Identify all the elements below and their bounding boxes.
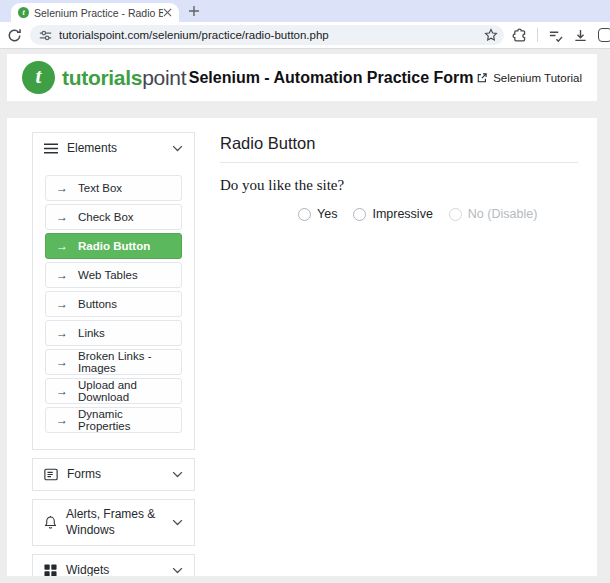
hamburger-icon: [44, 143, 58, 154]
tab-close-icon[interactable]: [163, 8, 172, 17]
sidebar-header-elements[interactable]: Elements: [33, 133, 194, 164]
sidebar-item-label: Text Box: [78, 182, 122, 194]
grid-icon: [44, 564, 57, 576]
browser-tab-strip: t Selenium Practice - Radio Bu: [0, 0, 610, 22]
radio-impressive[interactable]: Impressive: [353, 207, 432, 221]
radio-question: Do you like the site?: [220, 177, 578, 194]
toolbar-divider: [537, 28, 538, 42]
sidebar-item-broken-links[interactable]: → Broken Links - Images: [45, 349, 182, 375]
arrow-right-icon: →: [56, 326, 68, 340]
sidebar-item-dynamic-properties[interactable]: → Dynamic Properties: [45, 407, 182, 433]
download-icon[interactable]: [573, 28, 588, 43]
section-label: Widgets: [66, 563, 109, 576]
sidebar-section-widgets: Widgets: [32, 554, 195, 576]
sidebar-item-label: Buttons: [78, 298, 117, 310]
sidebar-item-label: Dynamic Properties: [78, 408, 171, 432]
logo-wordmark: tutorialspoint: [62, 66, 186, 90]
form-icon: [44, 468, 58, 481]
toolbar-actions: [512, 28, 603, 43]
sidebar-header-forms[interactable]: Forms: [33, 459, 194, 490]
sidebar-item-label: Radio Button: [78, 240, 150, 252]
site-favicon-icon: t: [18, 7, 29, 18]
browser-toolbar: tutorialspoint.com/selenium/practice/rad…: [0, 22, 610, 49]
site-header: t tutorialspoint Selenium - Automation P…: [7, 54, 597, 101]
arrow-right-icon: →: [56, 210, 68, 224]
sidebar-item-links[interactable]: → Links: [45, 320, 182, 346]
external-link-icon: [476, 72, 488, 84]
sidebar-section-elements: Elements → Text Box → Check Box: [32, 132, 195, 450]
browser-tab[interactable]: t Selenium Practice - Radio Bu: [11, 3, 179, 22]
address-bar[interactable]: tutorialspoint.com/selenium/practice/rad…: [30, 25, 504, 45]
tab-title: Selenium Practice - Radio Bu: [34, 7, 163, 19]
content-panel: Elements → Text Box → Check Box: [7, 118, 597, 576]
bell-icon: [44, 515, 57, 530]
reading-list-icon[interactable]: [548, 28, 563, 43]
arrow-right-icon: →: [56, 181, 68, 195]
arrow-right-icon: →: [56, 384, 68, 398]
extensions-icon[interactable]: [512, 28, 527, 43]
sidebar-item-radio-button[interactable]: → Radio Button: [45, 233, 182, 259]
sidebar-item-label: Check Box: [78, 211, 134, 223]
main-content: Radio Button Do you like the site? Yes I…: [220, 134, 578, 221]
chevron-down-icon: [172, 471, 183, 478]
selenium-tutorial-link[interactable]: Selenium Tutorial: [476, 72, 582, 84]
sidebar-item-buttons[interactable]: → Buttons: [45, 291, 182, 317]
arrow-right-icon: →: [56, 297, 68, 311]
selenium-tutorial-label: Selenium Tutorial: [493, 72, 582, 84]
sidebar-item-check-box[interactable]: → Check Box: [45, 204, 182, 230]
sidebar-item-web-tables[interactable]: → Web Tables: [45, 262, 182, 288]
site-info-icon[interactable]: [39, 29, 52, 42]
sidebar-section-forms: Forms: [32, 458, 195, 491]
radio-label: No (Disable): [468, 207, 537, 221]
sidebar-item-label: Broken Links - Images: [78, 350, 171, 374]
sidebar-item-upload-download[interactable]: → Upload and Download: [45, 378, 182, 404]
url-text[interactable]: tutorialspoint.com/selenium/practice/rad…: [59, 29, 477, 41]
radio-circle-icon[interactable]: [353, 208, 366, 221]
section-label: Elements: [67, 141, 117, 157]
radio-label: Yes: [317, 207, 337, 221]
arrow-right-icon: →: [56, 355, 68, 369]
tutorialspoint-logo-icon: t: [22, 61, 55, 94]
sidebar-item-label: Web Tables: [78, 269, 138, 281]
sidebar-item-label: Links: [78, 327, 105, 339]
sidebar-elements-list: → Text Box → Check Box → Radio Button → …: [33, 164, 194, 449]
new-tab-button[interactable]: [188, 5, 200, 17]
radio-yes[interactable]: Yes: [298, 207, 337, 221]
reload-icon[interactable]: [7, 28, 22, 43]
arrow-right-icon: →: [56, 239, 68, 253]
radio-circle-icon[interactable]: [298, 208, 311, 221]
section-label: Alerts, Frames & Windows: [66, 507, 163, 538]
chevron-down-icon: [172, 145, 183, 152]
arrow-right-icon: →: [56, 413, 68, 427]
sidebar: Elements → Text Box → Check Box: [32, 132, 195, 576]
sidebar-header-widgets[interactable]: Widgets: [33, 555, 194, 576]
page-title: Selenium - Automation Practice Form: [186, 69, 476, 87]
sidebar-item-label: Upload and Download: [78, 379, 171, 403]
chevron-down-icon: [172, 567, 183, 574]
chevron-down-icon: [172, 519, 183, 526]
radio-label: Impressive: [372, 207, 432, 221]
section-label: Forms: [67, 467, 101, 483]
content-heading: Radio Button: [220, 134, 578, 163]
radio-circle-icon: [449, 208, 462, 221]
bookmark-star-icon[interactable]: [484, 28, 498, 42]
sidebar-item-text-box[interactable]: → Text Box: [45, 175, 182, 201]
profile-icon[interactable]: [598, 28, 610, 42]
radio-no-disabled: No (Disable): [449, 207, 537, 221]
arrow-right-icon: →: [56, 268, 68, 282]
radio-group: Yes Impressive No (Disable): [298, 207, 578, 221]
page-background: t tutorialspoint Selenium - Automation P…: [0, 49, 610, 582]
sidebar-section-alerts: Alerts, Frames & Windows: [32, 499, 195, 546]
tutorialspoint-logo[interactable]: t tutorialspoint: [22, 61, 186, 94]
sidebar-header-alerts[interactable]: Alerts, Frames & Windows: [33, 500, 194, 545]
